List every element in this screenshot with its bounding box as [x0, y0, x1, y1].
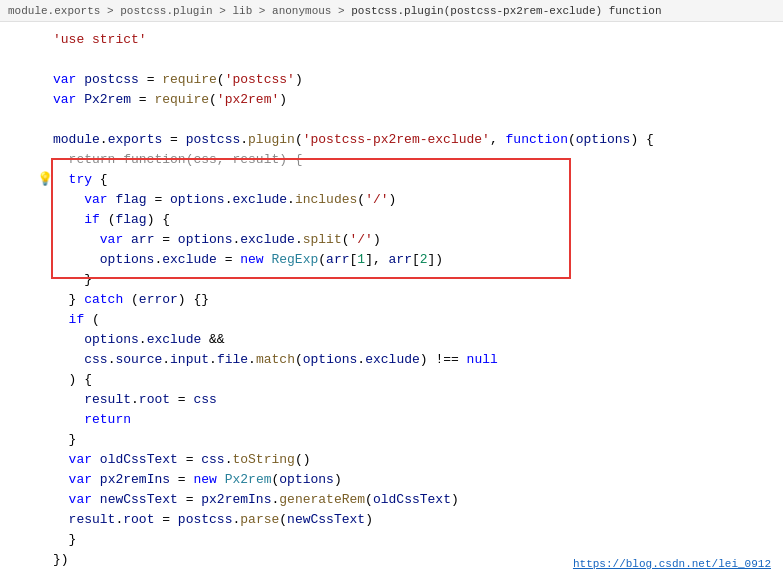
code-line: var px2remIns = new Px2rem(options)	[0, 470, 783, 490]
breadcrumb: module.exports > postcss.plugin > lib > …	[0, 0, 783, 22]
code-line: return function(css, result) {	[0, 150, 783, 170]
code-line: }	[0, 270, 783, 290]
bulb-icon: 💡	[37, 172, 53, 187]
code-line: module.exports = postcss.plugin('postcss…	[0, 130, 783, 150]
code-line: options.exclude = new RegExp(arr[1], arr…	[0, 250, 783, 270]
code-line: }	[0, 530, 783, 550]
code-line: ) {	[0, 370, 783, 390]
code-line: result.root = postcss.parse(newCssText)	[0, 510, 783, 530]
code-line: var Px2rem = require('px2rem')	[0, 90, 783, 110]
watermark: https://blog.csdn.net/lei_0912	[573, 558, 771, 570]
code-line: options.exclude &&	[0, 330, 783, 350]
code-line	[0, 110, 783, 130]
code-line: css.source.input.file.match(options.excl…	[0, 350, 783, 370]
code-line: if (flag) {	[0, 210, 783, 230]
code-line: var newCssText = px2remIns.generateRem(o…	[0, 490, 783, 510]
code-line: return	[0, 410, 783, 430]
code-line: var postcss = require('postcss')	[0, 70, 783, 90]
code-line: } catch (error) {}	[0, 290, 783, 310]
code-line: 💡 try {	[0, 170, 783, 190]
code-line: result.root = css	[0, 390, 783, 410]
editor: module.exports > postcss.plugin > lib > …	[0, 0, 783, 578]
code-line: var arr = options.exclude.split('/')	[0, 230, 783, 250]
breadcrumb-text: module.exports > postcss.plugin > lib > …	[8, 5, 662, 17]
code-line: var flag = options.exclude.includes('/')	[0, 190, 783, 210]
code-line	[0, 50, 783, 70]
code-line: var oldCssText = css.toString()	[0, 450, 783, 470]
code-line: if (	[0, 310, 783, 330]
code-line: 'use strict'	[0, 30, 783, 50]
code-line: }	[0, 430, 783, 450]
code-area: 'use strict' var postcss = require('post…	[0, 22, 783, 578]
